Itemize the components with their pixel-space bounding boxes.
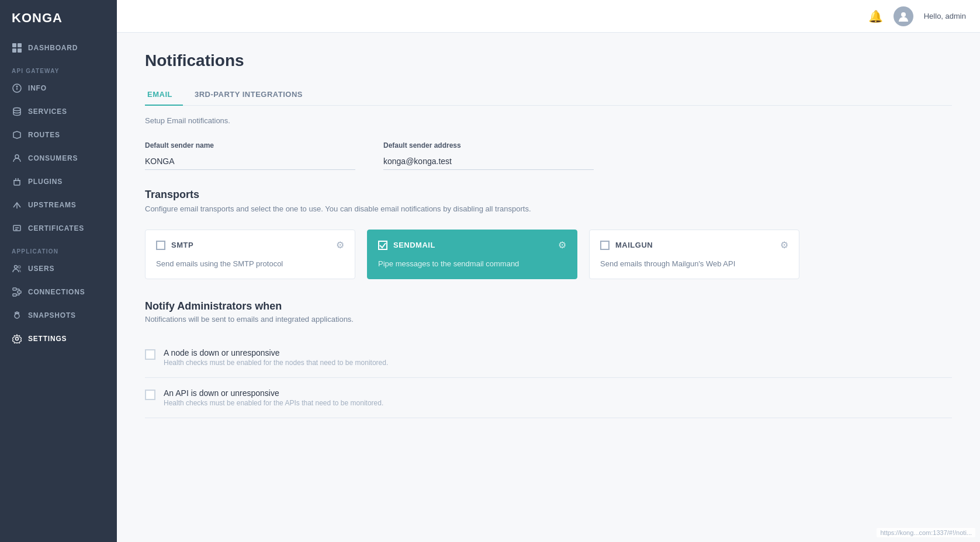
sidebar: KONGA DASHBOARD API GATEWAY INFO SERVICE… — [0, 0, 117, 542]
sendmail-checkbox[interactable] — [378, 241, 387, 250]
transport-card-smtp-title-row: SMTP — [156, 241, 193, 250]
sidebar-item-snapshots-label: SNAPSHOTS — [28, 311, 76, 319]
svg-point-15 — [18, 266, 20, 268]
smtp-desc: Send emails using the SMTP protocol — [156, 259, 344, 269]
sidebar-item-services[interactable]: SERVICES — [0, 100, 117, 123]
svg-point-14 — [15, 266, 18, 269]
smtp-checkbox[interactable] — [156, 241, 165, 250]
mailgun-checkbox[interactable] — [600, 241, 610, 250]
transport-card-mailgun[interactable]: MAILGUN ⚙ Send emails through Mailgun's … — [589, 230, 799, 279]
notify-section: Notify Administrators when Notifications… — [145, 300, 952, 418]
svg-rect-9 — [14, 180, 20, 185]
svg-point-8 — [15, 155, 19, 158]
api-down-label: An API is down or unresponsive — [164, 388, 383, 398]
svg-point-25 — [901, 12, 906, 17]
sidebar-section-api-gateway: API GATEWAY — [0, 60, 117, 77]
dashboard-icon — [12, 43, 22, 53]
sidebar-item-upstreams-label: UPSTREAMS — [28, 201, 77, 209]
mailgun-desc: Send emails through Mailgun's Web API — [600, 259, 788, 269]
sidebar-item-dashboard[interactable]: DASHBOARD — [0, 36, 117, 60]
node-down-checkbox[interactable] — [145, 349, 155, 360]
sidebar-item-connections-label: CONNECTIONS — [28, 288, 85, 296]
sidebar-item-consumers[interactable]: CONSUMERS — [0, 147, 117, 170]
svg-rect-18 — [13, 294, 16, 296]
tab-3rd-party[interactable]: 3RD-PARTY INTEGRATIONS — [192, 84, 313, 106]
email-tab-subtitle: Setup Email notifications. — [145, 116, 952, 125]
node-down-label: A node is down or unresponsive — [164, 348, 388, 357]
tabs-bar: EMAIL 3RD-PARTY INTEGRATIONS — [145, 84, 952, 106]
svg-point-6 — [16, 86, 17, 86]
api-down-desc: Health checks must be enabled for the AP… — [164, 399, 383, 407]
sidebar-item-routes-label: ROUTES — [28, 131, 60, 139]
svg-rect-1 — [18, 43, 22, 47]
smtp-name: SMTP — [171, 241, 193, 249]
sender-address-input[interactable] — [383, 153, 594, 170]
info-icon — [12, 83, 22, 93]
svg-point-7 — [13, 108, 20, 111]
transports-title: Transports — [145, 189, 952, 201]
plugins-icon — [12, 176, 22, 187]
tab-email[interactable]: EMAIL — [145, 84, 183, 106]
svg-point-24 — [16, 338, 19, 341]
transport-card-smtp[interactable]: SMTP ⚙ Send emails using the SMTP protoc… — [145, 230, 355, 279]
header-greeting: Hello, admin — [924, 12, 966, 20]
sender-address-label: Default sender address — [383, 141, 594, 150]
smtp-gear-icon[interactable]: ⚙ — [336, 239, 344, 251]
snapshots-icon — [12, 310, 22, 321]
notify-title: Notify Administrators when — [145, 300, 952, 312]
notification-bell-icon[interactable]: 🔔 — [868, 9, 883, 23]
sidebar-item-settings[interactable]: SETTINGS — [0, 327, 117, 350]
sidebar-item-users-label: USERS — [28, 265, 54, 273]
url-bar: https://kong...com:1337/#!/noti... — [877, 528, 975, 537]
sidebar-item-settings-label: SETTINGS — [28, 335, 67, 343]
transports-subtitle: Configure email transports and select th… — [145, 204, 952, 213]
notify-subtitle: Notifications will be sent to emails and… — [145, 315, 952, 324]
sendmail-gear-icon[interactable]: ⚙ — [558, 239, 566, 251]
sidebar-item-snapshots[interactable]: SNAPSHOTS — [0, 304, 117, 327]
transport-card-mailgun-header: MAILGUN ⚙ — [600, 239, 788, 251]
svg-rect-2 — [12, 48, 16, 53]
sender-address-group: Default sender address — [383, 141, 594, 170]
sidebar-item-certificates[interactable]: CERTIFICATES — [0, 217, 117, 240]
sidebar-item-connections[interactable]: CONNECTIONS — [0, 280, 117, 304]
main-content: Notifications EMAIL 3RD-PARTY INTEGRATIO… — [117, 33, 980, 542]
sidebar-item-services-label: SERVICES — [28, 107, 67, 116]
notify-item-node-down-text: A node is down or unresponsive Health ch… — [164, 348, 388, 367]
notify-item-node-down: A node is down or unresponsive Health ch… — [145, 338, 952, 378]
notify-item-api-down: An API is down or unresponsive Health ch… — [145, 378, 952, 418]
transport-card-smtp-header: SMTP ⚙ — [156, 239, 344, 251]
routes-icon — [12, 130, 22, 140]
sidebar-item-info[interactable]: INFO — [0, 77, 117, 100]
svg-rect-17 — [18, 291, 21, 293]
page-title: Notifications — [145, 51, 952, 70]
sidebar-item-certificates-label: CERTIFICATES — [28, 224, 84, 232]
svg-rect-16 — [13, 288, 16, 290]
sidebar-item-plugins[interactable]: PLUGINS — [0, 170, 117, 193]
upstreams-icon — [12, 200, 22, 210]
svg-point-23 — [15, 314, 19, 318]
sender-name-label: Default sender name — [145, 141, 355, 150]
sender-name-group: Default sender name — [145, 141, 355, 170]
sidebar-item-consumers-label: CONSUMERS — [28, 154, 78, 162]
transport-card-sendmail[interactable]: SENDMAIL ⚙ Pipe messages to the sendmail… — [367, 230, 577, 279]
sidebar-item-routes[interactable]: ROUTES — [0, 123, 117, 147]
sender-name-input[interactable] — [145, 153, 355, 170]
users-icon — [12, 263, 22, 274]
sender-form-row: Default sender name Default sender addre… — [145, 141, 952, 170]
transport-card-sendmail-title-row: SENDMAIL — [378, 241, 435, 250]
sidebar-section-application: APPLICATION — [0, 240, 117, 257]
node-down-desc: Health checks must be enabled for the no… — [164, 359, 388, 367]
connections-icon — [12, 287, 22, 297]
certificates-icon — [12, 223, 22, 234]
sidebar-item-users[interactable]: USERS — [0, 257, 117, 280]
notify-item-api-down-text: An API is down or unresponsive Health ch… — [164, 388, 383, 407]
mailgun-gear-icon[interactable]: ⚙ — [780, 239, 788, 251]
sidebar-item-plugins-label: PLUGINS — [28, 178, 63, 186]
api-down-checkbox[interactable] — [145, 390, 155, 400]
sidebar-item-upstreams[interactable]: UPSTREAMS — [0, 193, 117, 217]
services-icon — [12, 106, 22, 117]
header: 🔔 Hello, admin — [117, 0, 980, 33]
transport-cards: SMTP ⚙ Send emails using the SMTP protoc… — [145, 230, 952, 279]
sendmail-name: SENDMAIL — [393, 241, 435, 249]
sidebar-item-dashboard-label: DASHBOARD — [28, 44, 78, 52]
